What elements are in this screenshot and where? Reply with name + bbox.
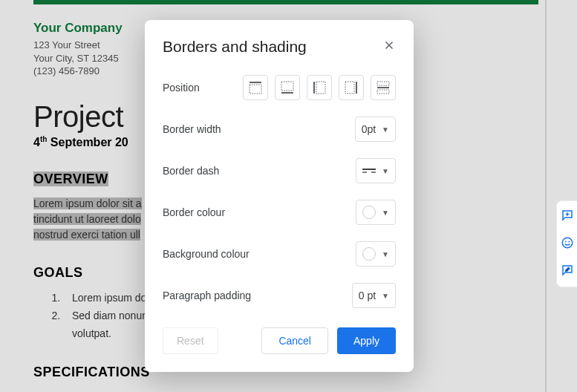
border-colour-label: Border colour [163,206,225,218]
caret-down-icon: ▼ [382,250,389,258]
svg-rect-9 [377,82,389,85]
colour-swatch-icon [362,247,376,261]
position-left-button[interactable] [307,75,332,100]
border-colour-row: Border colour ▼ [163,200,396,225]
svg-rect-5 [316,82,325,94]
position-right-button[interactable] [339,75,364,100]
position-between-button[interactable] [371,75,396,100]
border-width-dropdown[interactable]: 0pt ▼ [355,117,396,142]
background-colour-row: Background colour ▼ [163,241,396,267]
border-width-label: Border width [163,123,221,135]
dialog-title: Borders and shading [163,38,307,56]
svg-rect-0 [250,82,261,83]
emoji-reaction-button[interactable] [561,236,574,252]
border-left-icon [313,81,326,94]
side-panel [556,200,577,287]
position-buttons [243,75,396,100]
position-label: Position [163,82,200,94]
position-top-button[interactable] [243,75,268,100]
border-right-icon [345,81,358,94]
paragraph-padding-label: Paragraph padding [163,290,251,301]
background-colour-label: Background colour [163,248,250,260]
caret-down-icon: ▼ [382,167,389,175]
svg-point-12 [564,241,566,243]
svg-rect-1 [250,85,261,94]
border-bottom-icon [281,81,294,94]
add-comment-button[interactable] [561,209,574,224]
emoji-icon [561,236,574,249]
caret-down-icon: ▼ [382,209,389,217]
add-comment-icon [561,209,574,222]
reset-button[interactable]: Reset [163,327,218,354]
border-between-icon [376,81,390,94]
paragraph-padding-row: Paragraph padding 0 pt ▼ [163,283,396,308]
border-top-icon [249,81,262,94]
caret-down-icon: ▼ [382,292,389,300]
dialog-header: Borders and shading [163,38,396,56]
cancel-button[interactable]: Cancel [261,327,328,354]
svg-point-13 [568,241,570,243]
close-button[interactable] [382,39,396,56]
paragraph-padding-value: 0 pt [359,290,376,301]
svg-rect-6 [356,82,357,94]
border-colour-dropdown[interactable]: ▼ [356,200,396,225]
border-width-value: 0pt [362,123,376,135]
caret-down-icon: ▼ [382,125,389,134]
svg-rect-10 [377,90,389,94]
suggest-edits-button[interactable] [561,264,574,279]
borders-shading-dialog: Borders and shading Position Border [145,20,414,372]
footer-spacer [227,327,253,354]
suggest-edit-icon [561,264,574,277]
svg-rect-8 [377,87,389,88]
svg-rect-4 [313,82,315,94]
svg-point-11 [562,238,573,248]
border-dash-row: Border dash ▼ [163,158,396,183]
svg-rect-7 [345,82,354,94]
border-dash-label: Border dash [163,165,219,177]
paragraph-padding-dropdown[interactable]: 0 pt ▼ [352,283,396,308]
dash-sample-icon [362,169,376,173]
border-width-row: Border width 0pt ▼ [163,117,396,142]
border-dash-dropdown[interactable]: ▼ [356,158,396,183]
position-row: Position [163,75,396,100]
background-colour-dropdown[interactable]: ▼ [356,241,396,267]
dialog-footer: Reset Cancel Apply [163,327,396,354]
close-icon [382,39,396,52]
colour-swatch-icon [362,206,376,219]
svg-rect-3 [281,82,293,91]
apply-button[interactable]: Apply [337,327,396,354]
position-bottom-button[interactable] [275,75,300,100]
svg-rect-2 [281,92,293,94]
